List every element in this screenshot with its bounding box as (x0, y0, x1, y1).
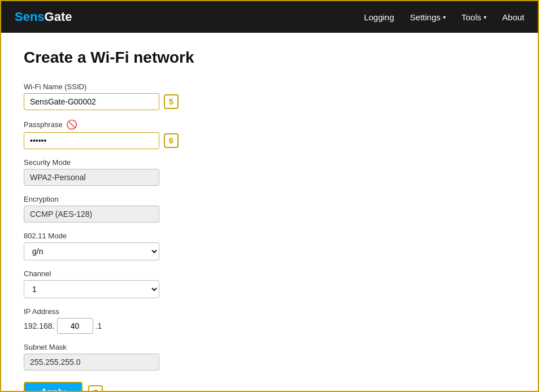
channel-group: Channel 1 2 3 4 5 6 7 8 9 10 11 (24, 269, 515, 298)
apply-row: Apply 7 (24, 382, 515, 391)
page-title: Create a Wi-Fi network (24, 49, 515, 67)
ssid-label: Wi-Fi Name (SSID) (24, 82, 515, 91)
subnet-group: Subnet Mask (24, 343, 515, 371)
channel-label: Channel (24, 269, 515, 278)
header: SensGate Logging Settings ▾ Tools ▾ Abou… (1, 1, 538, 33)
channel-row: 1 2 3 4 5 6 7 8 9 10 11 (24, 280, 515, 298)
security-mode-input (24, 169, 159, 186)
tools-chevron-icon: ▾ (484, 14, 486, 20)
encryption-label: Encryption (24, 195, 515, 203)
logo-sens: Sens (15, 10, 45, 24)
security-mode-row (24, 169, 515, 186)
apply-button[interactable]: Apply (24, 382, 82, 391)
ssid-row: 5 (24, 93, 515, 110)
ssid-badge: 5 (164, 94, 179, 109)
ip-prefix: 192.168. (24, 321, 55, 330)
subnet-label: Subnet Mask (24, 343, 515, 351)
nav-logging[interactable]: Logging (364, 12, 394, 22)
passphrase-input[interactable] (24, 132, 159, 149)
subnet-input (24, 354, 159, 371)
encryption-group: Encryption (24, 195, 515, 223)
channel-select[interactable]: 1 2 3 4 5 6 7 8 9 10 11 (24, 280, 159, 298)
nav-about[interactable]: About (502, 12, 524, 22)
settings-chevron-icon: ▾ (443, 14, 446, 20)
ip-row: 192.168. .1 (24, 318, 515, 334)
logo-gate: Gate (45, 10, 72, 24)
wifi-mode-group: 802.11 Mode g/n b g n b/g/n (24, 232, 515, 260)
passphrase-group: Passphrase 🚫 6 (24, 119, 515, 149)
wifi-mode-label: 802.11 Mode (24, 232, 515, 240)
nav-settings[interactable]: Settings ▾ (410, 12, 446, 22)
encryption-row (24, 206, 515, 223)
nav-tools[interactable]: Tools ▾ (462, 12, 486, 22)
passphrase-row: 6 (24, 132, 515, 149)
wifi-mode-row: g/n b g n b/g/n (24, 242, 515, 260)
apply-badge: 7 (88, 385, 103, 391)
encryption-input (24, 206, 159, 223)
main-content: Create a Wi-Fi network Wi-Fi Name (SSID)… (1, 33, 538, 391)
security-mode-label: Security Mode (24, 158, 515, 167)
nav: Logging Settings ▾ Tools ▾ About (364, 12, 524, 22)
ip-label: IP Address (24, 307, 515, 316)
ssid-input[interactable] (24, 93, 159, 110)
toggle-password-icon[interactable]: 🚫 (66, 119, 77, 130)
passphrase-badge: 6 (164, 133, 179, 148)
app-frame: SensGate Logging Settings ▾ Tools ▾ Abou… (0, 0, 539, 392)
logo: SensGate (15, 10, 72, 24)
ip-suffix: .1 (95, 321, 102, 330)
ip-octet-input[interactable] (57, 318, 93, 334)
wifi-mode-select[interactable]: g/n b g n b/g/n (24, 242, 159, 260)
ssid-group: Wi-Fi Name (SSID) 5 (24, 82, 515, 110)
security-mode-group: Security Mode (24, 158, 515, 186)
passphrase-label: Passphrase 🚫 (24, 119, 515, 130)
ip-group: IP Address 192.168. .1 (24, 307, 515, 334)
subnet-row (24, 354, 515, 371)
